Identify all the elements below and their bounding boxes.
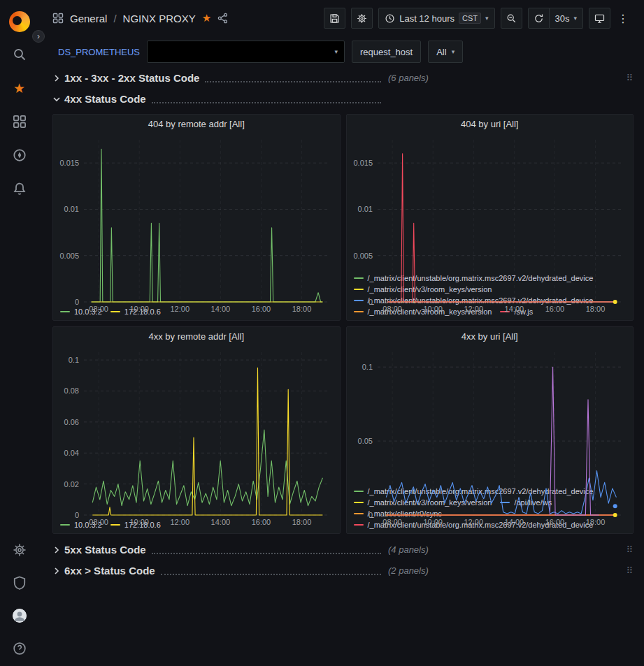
svg-text:16:00: 16:00 (252, 518, 271, 526)
row-4xx-status-code[interactable]: 4xx Status Code (52, 89, 634, 109)
save-dashboard-button[interactable] (324, 8, 345, 29)
row-dotted-leader (161, 567, 381, 575)
svg-text:16:00: 16:00 (252, 305, 271, 313)
sidebar-expand-button[interactable]: › (32, 30, 45, 43)
refresh-interval-label: 30s (555, 13, 570, 24)
submenu: DS_PROMETHEUS ▾ request_host All ▾ (38, 36, 644, 67)
svg-text:0.015: 0.015 (353, 159, 373, 167)
breadcrumb: General / NGINX PROXY ★ (52, 12, 229, 24)
starred-icon[interactable]: ★ (0, 71, 38, 105)
svg-text:0.01: 0.01 (64, 205, 79, 213)
svg-text:10:00: 10:00 (423, 518, 443, 526)
chart-4xx-by-uri[interactable]: 00.050.108:0010:0012:0014:0016:0018:00 (347, 345, 634, 486)
panel-title[interactable]: 404 by uri [All] (347, 115, 634, 133)
svg-text:10:00: 10:00 (129, 305, 149, 313)
row-dotted-leader (152, 546, 381, 554)
svg-text:08:00: 08:00 (89, 518, 108, 526)
panel-404-by-uri: 404 by uri [All] 00.0050.010.01508:0010:… (346, 114, 634, 321)
help-icon[interactable] (0, 632, 38, 665)
svg-text:14:00: 14:00 (504, 518, 524, 526)
explore-compass-icon[interactable] (0, 138, 38, 172)
row-panel-count: (2 panels) (388, 565, 429, 576)
row-5xx-status-code[interactable]: 5xx Status Code (4 panels) ⠿ (52, 540, 634, 560)
panel-title[interactable]: 4xx by uri [All] (347, 327, 634, 345)
svg-text:0.1: 0.1 (362, 363, 372, 371)
grafana-app: ★ › (0, 0, 644, 666)
svg-text:18:00: 18:00 (292, 305, 312, 313)
topbar-actions: Last 12 hours CST ▾ 30s ▾ (324, 8, 630, 29)
datasource-variable-label[interactable]: DS_PROMETHEUS (58, 47, 140, 57)
share-icon[interactable] (217, 13, 229, 24)
row-panel-count: (4 panels) (388, 544, 429, 555)
chart-404-by-uri[interactable]: 00.0050.010.01508:0010:0012:0014:0016:00… (347, 133, 634, 273)
chevron-right-icon (52, 546, 61, 554)
dashboard-body: 1xx - 3xx - 2xx Status Code (6 panels) ⠿… (38, 67, 644, 666)
drag-handle-icon[interactable]: ⠿ (626, 73, 634, 83)
dashboard-title[interactable]: NGINX PROXY (123, 13, 196, 24)
row-1xx-3xx-2xx-status-code[interactable]: 1xx - 3xx - 2xx Status Code (6 panels) ⠿ (52, 68, 634, 88)
time-range-label: Last 12 hours (399, 13, 455, 24)
row-panel-count: (6 panels) (388, 73, 429, 83)
drag-handle-icon[interactable]: ⠿ (626, 565, 634, 576)
caret-down-icon: ▾ (485, 15, 489, 22)
user-avatar[interactable] (0, 599, 38, 632)
alerting-bell-icon[interactable] (0, 172, 38, 205)
svg-text:0.02: 0.02 (64, 480, 79, 488)
breadcrumb-separator: / (113, 13, 116, 24)
sidebar-bottom (0, 533, 38, 666)
configuration-gear-icon[interactable] (0, 533, 38, 566)
row-6xx-status-code[interactable]: 6xx > Status Code (2 panels) ⠿ (52, 560, 634, 581)
server-admin-shield-icon[interactable] (0, 566, 38, 599)
time-range-picker[interactable]: Last 12 hours CST ▾ (378, 8, 494, 29)
svg-text:14:00: 14:00 (504, 305, 524, 313)
cycle-view-monitor-button[interactable] (589, 8, 610, 29)
folder-name[interactable]: General (70, 13, 107, 24)
datasource-variable-select[interactable]: ▾ (147, 41, 345, 63)
chart-4xx-by-remote-addr[interactable]: 00.020.040.060.080.108:0010:0012:0014:00… (53, 345, 340, 519)
svg-text:10:00: 10:00 (129, 518, 149, 526)
request-host-variable-select[interactable]: All ▾ (428, 41, 463, 63)
panel-title[interactable]: 404 by remote addr [All] (53, 115, 340, 133)
kebab-menu-icon[interactable]: ⋮ (616, 12, 630, 25)
panel-title[interactable]: 4xx by remote addr [All] (53, 327, 340, 345)
search-icon[interactable] (0, 38, 38, 71)
refresh-button-group: 30s ▾ (528, 8, 584, 29)
refresh-interval-picker[interactable]: 30s ▾ (550, 8, 584, 29)
row-title: 6xx > Status Code (64, 565, 155, 577)
row-dotted-leader (152, 95, 381, 103)
svg-text:0.04: 0.04 (64, 449, 79, 457)
svg-text:12:00: 12:00 (171, 305, 190, 313)
svg-text:18:00: 18:00 (585, 518, 605, 526)
chevron-right-icon (52, 74, 61, 82)
svg-text:12:00: 12:00 (464, 305, 483, 313)
svg-text:0.01: 0.01 (357, 205, 372, 213)
row-title: 5xx Status Code (64, 544, 146, 556)
request-host-variable-label[interactable]: request_host (352, 41, 421, 63)
svg-text:0.05: 0.05 (357, 437, 372, 445)
svg-text:0.005: 0.005 (59, 252, 79, 260)
svg-text:16:00: 16:00 (545, 518, 564, 526)
svg-text:12:00: 12:00 (464, 518, 483, 526)
main-area: General / NGINX PROXY ★ Last 12 hours (38, 0, 644, 666)
caret-down-icon: ▾ (573, 15, 577, 22)
row-title: 1xx - 3xx - 2xx Status Code (64, 72, 199, 84)
svg-text:0.015: 0.015 (59, 159, 79, 167)
svg-text:0.06: 0.06 (64, 418, 79, 426)
chevron-down-icon (52, 95, 61, 103)
refresh-icon-button[interactable] (528, 8, 550, 29)
svg-text:18:00: 18:00 (585, 305, 605, 313)
svg-text:14:00: 14:00 (211, 305, 231, 313)
svg-text:0: 0 (368, 298, 372, 306)
svg-text:14:00: 14:00 (211, 518, 231, 526)
svg-text:0: 0 (368, 511, 372, 519)
drag-handle-icon[interactable]: ⠿ (626, 544, 634, 555)
favorite-star-icon[interactable]: ★ (202, 12, 211, 24)
caret-down-icon: ▾ (335, 49, 338, 55)
dashboards-icon[interactable] (0, 105, 38, 138)
svg-text:10:00: 10:00 (423, 305, 443, 313)
sidebar: ★ (0, 0, 38, 666)
svg-text:0: 0 (75, 298, 79, 306)
dashboard-settings-button[interactable] (351, 8, 373, 29)
zoom-out-button[interactable] (501, 8, 522, 29)
chart-404-by-remote-addr[interactable]: 00.0050.010.01508:0010:0012:0014:0016:00… (53, 133, 340, 306)
